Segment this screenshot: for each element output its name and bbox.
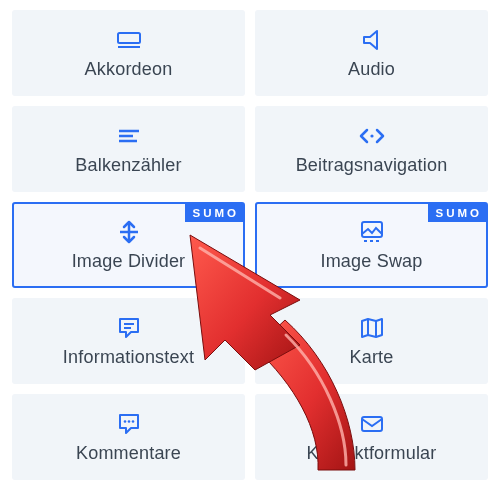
tile-informationstext[interactable]: Informationstext bbox=[12, 298, 245, 384]
speaker-icon bbox=[360, 27, 384, 53]
svg-point-16 bbox=[131, 420, 134, 423]
tile-label: Image Swap bbox=[320, 251, 422, 272]
tile-label: Akkordeon bbox=[85, 59, 173, 80]
svg-rect-0 bbox=[118, 33, 140, 43]
sumo-badge: SUMO bbox=[185, 204, 244, 222]
tile-label: Kontaktformular bbox=[306, 443, 436, 464]
tile-label: Kommentare bbox=[76, 443, 181, 464]
tile-label: Karte bbox=[349, 347, 393, 368]
info-text-icon bbox=[116, 315, 142, 341]
svg-point-14 bbox=[123, 420, 126, 423]
accordion-icon bbox=[116, 27, 142, 53]
tile-image-swap[interactable]: SUMO Image Swap bbox=[255, 202, 488, 288]
tile-balkenzaehler[interactable]: Balkenzähler bbox=[12, 106, 245, 192]
tile-kommentare[interactable]: Kommentare bbox=[12, 394, 245, 480]
svg-point-5 bbox=[370, 134, 373, 137]
svg-rect-17 bbox=[362, 417, 382, 431]
divider-arrows-icon bbox=[117, 219, 141, 245]
module-grid: Akkordeon Audio Balkenzähler Beitragsnav… bbox=[12, 10, 488, 480]
tile-label: Beitragsnavigation bbox=[296, 155, 448, 176]
tile-label: Balkenzähler bbox=[75, 155, 181, 176]
tile-karte[interactable]: Karte bbox=[255, 298, 488, 384]
map-icon bbox=[359, 315, 385, 341]
svg-point-15 bbox=[127, 420, 130, 423]
svg-rect-8 bbox=[362, 222, 382, 237]
tile-label: Audio bbox=[348, 59, 395, 80]
tile-label: Informationstext bbox=[63, 347, 194, 368]
sumo-badge: SUMO bbox=[428, 204, 487, 222]
comments-icon bbox=[116, 411, 142, 437]
tile-image-divider[interactable]: SUMO Image Divider bbox=[12, 202, 245, 288]
tile-audio[interactable]: Audio bbox=[255, 10, 488, 96]
code-nav-icon bbox=[357, 123, 387, 149]
tile-label: Image Divider bbox=[72, 251, 186, 272]
image-swap-icon bbox=[358, 219, 386, 245]
bars-icon bbox=[116, 123, 142, 149]
tile-akkordeon[interactable]: Akkordeon bbox=[12, 10, 245, 96]
mail-icon bbox=[359, 411, 385, 437]
tile-beitragsnavigation[interactable]: Beitragsnavigation bbox=[255, 106, 488, 192]
tile-kontaktformular[interactable]: Kontaktformular bbox=[255, 394, 488, 480]
